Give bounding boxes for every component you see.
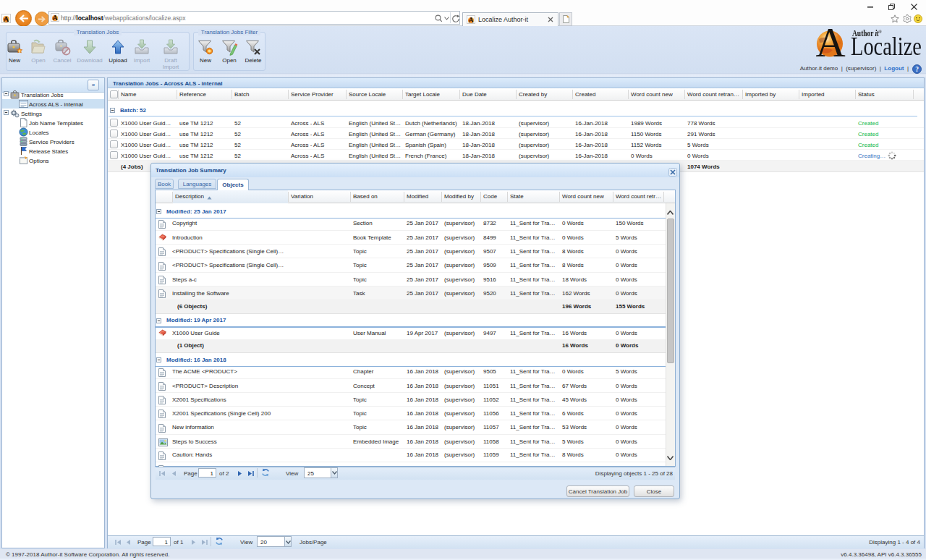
svg-text:A: A <box>468 16 474 24</box>
svg-text:A: A <box>815 23 845 59</box>
svg-text:?: ? <box>915 66 919 73</box>
svg-text:A: A <box>4 14 9 23</box>
svg-text:A: A <box>52 14 58 22</box>
